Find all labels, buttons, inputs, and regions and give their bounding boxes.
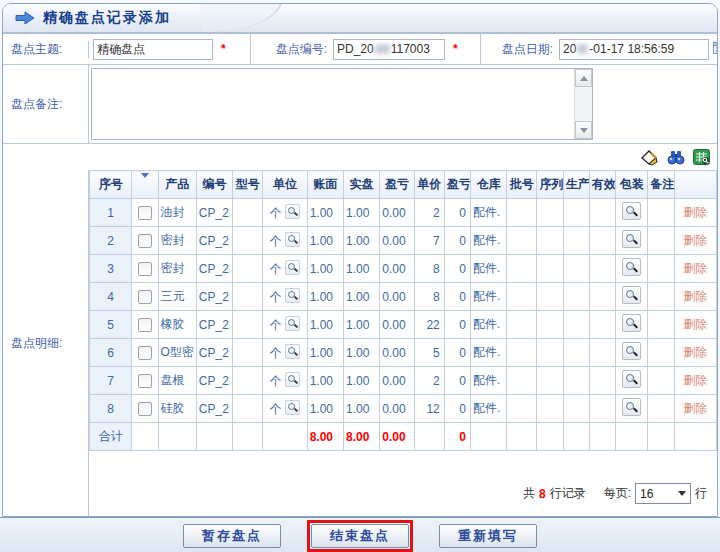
unit-cell: 个: [263, 283, 307, 311]
col-header-serial[interactable]: 序列: [537, 171, 563, 199]
col-header-diff[interactable]: 盈亏: [380, 171, 414, 199]
price-cell: 12: [414, 395, 444, 423]
col-header-proddate[interactable]: 生产: [563, 171, 589, 199]
batch-cell: [507, 395, 537, 423]
row-checkbox[interactable]: [138, 402, 152, 416]
col-header-product[interactable]: 产品: [158, 171, 196, 199]
unit-lookup-icon[interactable]: [285, 316, 300, 331]
col-header-valid[interactable]: 有效: [589, 171, 615, 199]
remark-text[interactable]: [92, 69, 574, 139]
row-checkbox[interactable]: [138, 290, 152, 304]
binoculars-search-icon[interactable]: [666, 148, 685, 166]
finish-inventory-button[interactable]: 结束盘点: [311, 524, 409, 548]
row-number: 5: [90, 311, 132, 339]
col-header-unit[interactable]: 单位: [263, 171, 307, 199]
product-name-cell: O型密: [158, 339, 196, 367]
calendar-icon[interactable]: [713, 41, 718, 57]
package-lookup-button[interactable]: [622, 370, 641, 388]
unit-lookup-icon[interactable]: [285, 372, 300, 387]
delete-link[interactable]: 删除: [683, 233, 707, 247]
row-checkbox[interactable]: [138, 262, 152, 276]
col-header-batch[interactable]: 批号: [507, 171, 537, 199]
remark-cell: [648, 199, 674, 227]
save-draft-button[interactable]: 暂存盘点: [183, 524, 281, 548]
delete-link[interactable]: 删除: [683, 205, 707, 219]
row-checkbox[interactable]: [138, 234, 152, 248]
unit-lookup-icon[interactable]: [285, 232, 300, 247]
col-header-book[interactable]: 账面: [307, 171, 343, 199]
delete-link[interactable]: 删除: [683, 317, 707, 331]
delete-link[interactable]: 删除: [683, 373, 707, 387]
remark-textarea[interactable]: [91, 68, 593, 140]
unit-lookup-icon[interactable]: [285, 400, 300, 415]
titlebar-swoosh: [201, 3, 283, 32]
remark-area: [89, 65, 593, 143]
prod-date-cell: [563, 339, 589, 367]
table-body: 1油封CP_2个 1.001.000.0020配件.删除2密封CP_2个 1.0…: [90, 199, 717, 423]
subject-input[interactable]: [93, 39, 213, 60]
date-input[interactable]: 20-01-17 18:56:59: [559, 39, 709, 60]
delete-link[interactable]: 删除: [683, 261, 707, 275]
package-lookup-button[interactable]: [622, 202, 641, 220]
col-header-no[interactable]: 序号: [90, 171, 132, 199]
delete-link[interactable]: 删除: [683, 345, 707, 359]
batch-cell: [507, 311, 537, 339]
col-header-package[interactable]: 包装: [616, 171, 648, 199]
number-input[interactable]: PD_20117003: [333, 39, 445, 60]
unit-value: 个: [270, 290, 282, 304]
action-cell: 删除: [674, 395, 716, 423]
product-name-cell: 密封: [158, 255, 196, 283]
package-lookup-button[interactable]: [622, 258, 641, 276]
refill-button[interactable]: 重新填写: [439, 524, 537, 548]
scroll-down-icon[interactable]: [575, 121, 592, 139]
package-lookup-button[interactable]: [622, 286, 641, 304]
delete-link[interactable]: 删除: [683, 289, 707, 303]
warehouse-cell: 配件.: [470, 395, 506, 423]
remark-cell: [648, 395, 674, 423]
remark-cell: [648, 283, 674, 311]
unit-lookup-icon[interactable]: [285, 288, 300, 303]
col-header-remark[interactable]: 备注: [648, 171, 674, 199]
actual-qty-cell: 1.00: [343, 227, 379, 255]
product-name-cell: 硅胶: [158, 395, 196, 423]
col-header-profit[interactable]: 盈亏: [444, 171, 470, 199]
col-header-warehouse[interactable]: 仓库: [470, 171, 506, 199]
col-header-actual[interactable]: 实盘: [343, 171, 379, 199]
table-row: 5橡胶CP_2个 1.001.000.00220配件.删除: [90, 311, 717, 339]
warehouse-cell: 配件.: [470, 283, 506, 311]
package-lookup-button[interactable]: [622, 398, 641, 416]
remark-cell: [648, 227, 674, 255]
price-cell: 8: [414, 255, 444, 283]
col-header-select[interactable]: [132, 171, 158, 199]
sum-label: 合计: [90, 423, 132, 451]
chevron-down-icon[interactable]: [141, 173, 149, 192]
remark-scrollbar[interactable]: [574, 69, 592, 139]
table-row: 2密封CP_2个 1.001.000.0070配件.删除: [90, 227, 717, 255]
per-page-select[interactable]: 16: [635, 483, 691, 504]
package-lookup-button[interactable]: [622, 342, 641, 360]
package-lookup-button[interactable]: [622, 230, 641, 248]
package-lookup-button[interactable]: [622, 314, 641, 332]
package-cell: [616, 367, 648, 395]
page-title: 精确盘点记录添加: [43, 9, 171, 27]
profit-cell: 0: [444, 199, 470, 227]
pager: 共8行记录 每页: 16 行: [89, 477, 717, 516]
row-checkbox[interactable]: [138, 318, 152, 332]
row-checkbox[interactable]: [138, 206, 152, 220]
delete-link[interactable]: 删除: [683, 401, 707, 415]
col-header-code[interactable]: 编号: [196, 171, 232, 199]
excel-export-icon[interactable]: [692, 148, 711, 166]
remark-cell: [648, 255, 674, 283]
row-checkbox[interactable]: [138, 374, 152, 388]
scroll-up-icon[interactable]: [575, 69, 592, 87]
unit-lookup-icon[interactable]: [285, 260, 300, 275]
form-row-detail: 盘点明细: 序号 产品 编号 型号 单位 账面 实: [3, 170, 717, 516]
col-header-price[interactable]: 单价: [414, 171, 444, 199]
row-select-cell: [132, 311, 158, 339]
unit-lookup-icon[interactable]: [285, 344, 300, 359]
col-header-model[interactable]: 型号: [233, 171, 263, 199]
unit-value: 个: [270, 318, 282, 332]
row-checkbox[interactable]: [138, 346, 152, 360]
unit-lookup-icon[interactable]: [285, 204, 300, 219]
note-edit-icon[interactable]: [640, 148, 659, 166]
